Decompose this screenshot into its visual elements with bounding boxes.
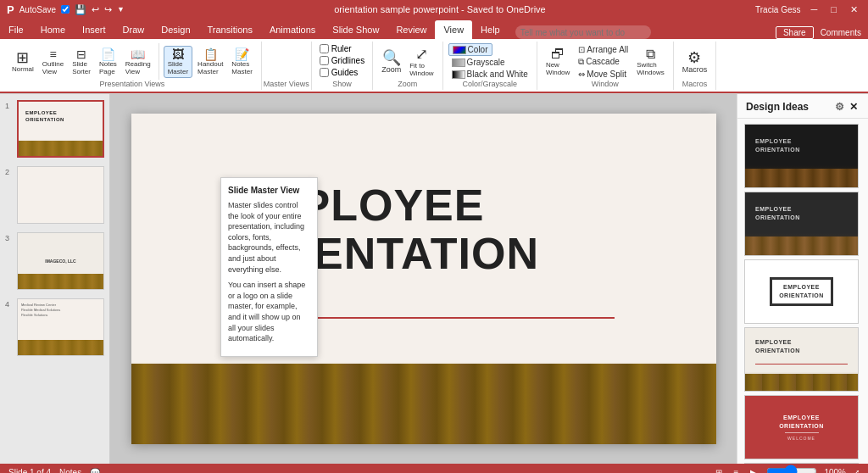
handout-icon: 📋	[203, 48, 218, 60]
slide-thumb-3[interactable]: 3 IMAGECO, LLC	[3, 231, 106, 292]
tab-transitions[interactable]: Transitions	[199, 20, 261, 39]
undo-icon[interactable]: ↩	[92, 4, 99, 15]
group-color: Color Grayscale Black and White Color/Gr…	[443, 42, 537, 90]
close-btn[interactable]: ✕	[847, 4, 861, 15]
ribbon: File Home Insert Draw Design Transitions…	[0, 19, 868, 94]
view-normal-btn[interactable]: ⊞	[713, 467, 725, 474]
btn-slide-sorter[interactable]: ⊟ SlideSorter	[69, 47, 94, 77]
document-title: orientation sample powerpoint - Saved to…	[334, 4, 545, 14]
btn-notes-page[interactable]: 📄 NotesPage	[96, 47, 120, 77]
btn-fit-to-window[interactable]: ⤢ Fit toWindow	[406, 45, 437, 79]
design-idea-2[interactable]: EMPLOYEEORIENTATION	[744, 192, 859, 256]
normal-icon: ⊞	[16, 50, 29, 65]
zoom-level: 100%	[824, 468, 846, 474]
design-idea-5[interactable]: EMPLOYEEORIENTATION WELCOME	[744, 395, 859, 459]
design-panel-close[interactable]: ✕	[848, 101, 860, 113]
design-settings-icon[interactable]: ⚙	[835, 101, 844, 113]
switch-icon: ⧉	[646, 47, 655, 61]
group-show: Ruler Gridlines Guides Show	[312, 42, 373, 90]
btn-handout-master[interactable]: 📋 HandoutMaster	[194, 47, 226, 77]
slide-thumb-1[interactable]: 1 EMPLOYEEORIENTATION	[3, 98, 106, 159]
slide-panel: 1 EMPLOYEEORIENTATION 2 3 IMAGECO, LLC 4…	[0, 94, 110, 464]
check-guides[interactable]: Guides	[317, 67, 361, 78]
tab-insert[interactable]: Insert	[74, 20, 114, 39]
tab-design[interactable]: Design	[153, 20, 198, 39]
notes-master-icon: 📝	[235, 48, 249, 60]
macros-icon: ⚙	[687, 50, 701, 65]
slide-area: Slide Master View Master slides control …	[110, 94, 737, 464]
btn-zoom[interactable]: 🔍 Zoom	[378, 48, 404, 75]
comments-icon[interactable]: 💬	[90, 468, 100, 474]
powerpoint-logo: P	[7, 3, 14, 16]
check-gridlines[interactable]: Gridlines	[317, 55, 367, 66]
tooltip-para2: You can insert a shape or a logo on a sl…	[228, 280, 310, 344]
redo-icon[interactable]: ↪	[104, 4, 112, 15]
btn-notes-master[interactable]: 📝 NotesMaster	[228, 47, 255, 77]
design-idea-6[interactable]: EMPLOYEEORIENTATION	[744, 463, 859, 464]
btn-macros[interactable]: ⚙ Macros	[679, 48, 711, 75]
tab-draw[interactable]: Draw	[114, 20, 153, 39]
split-icon: ⇔	[578, 70, 585, 79]
group-window: 🗗 NewWindow ⊡Arrange All ⧉Cascade ⇔Move …	[537, 42, 674, 90]
tab-review[interactable]: Review	[387, 20, 435, 39]
sorter-icon: ⊟	[76, 48, 86, 60]
view-slideshow-btn[interactable]: ▶	[748, 467, 760, 474]
minimize-btn[interactable]: ─	[808, 4, 821, 14]
slide-master-icon: 🖼	[172, 48, 184, 60]
tab-file[interactable]: File	[0, 20, 32, 39]
zoom-icon: 🔍	[382, 50, 401, 65]
new-window-icon: 🗗	[551, 47, 565, 61]
autosave-label: AutoSave	[19, 5, 56, 14]
main-area: 1 EMPLOYEEORIENTATION 2 3 IMAGECO, LLC 4…	[0, 94, 868, 464]
view-outline-btn[interactable]: ≡	[732, 467, 742, 474]
btn-color[interactable]: Color	[448, 43, 492, 56]
design-idea-4[interactable]: EMPLOYEEORIENTATION	[744, 327, 859, 392]
btn-cascade[interactable]: ⧉Cascade	[575, 56, 632, 68]
share-button[interactable]: Share	[776, 26, 814, 39]
btn-arrange-all[interactable]: ⊡Arrange All	[575, 44, 632, 55]
autosave-toggle[interactable]	[61, 5, 70, 14]
save-icon[interactable]: 💾	[75, 4, 86, 15]
group-label-presentation: Presentation Views	[99, 80, 164, 88]
tooltip-para1: Master slides control the look of your e…	[228, 200, 310, 275]
tab-view[interactable]: View	[435, 20, 472, 39]
group-zoom: 🔍 Zoom ⤢ Fit toWindow Zoom	[373, 42, 442, 90]
tab-animations[interactable]: Animations	[261, 20, 324, 39]
slide-thumb-2[interactable]: 2	[3, 164, 106, 225]
comments-button[interactable]: Comments	[821, 28, 861, 37]
btn-normal[interactable]: ⊞ Normal	[8, 48, 37, 75]
btn-black-white[interactable]: Black and White	[448, 69, 531, 80]
fit-icon: ⤢	[415, 47, 428, 62]
tab-home[interactable]: Home	[32, 20, 74, 39]
title-bar-right: Tracia Gess ─ □ ✕	[755, 4, 861, 15]
design-idea-1[interactable]: EMPLOYEEORIENTATION	[744, 124, 859, 188]
restore-btn[interactable]: □	[827, 4, 840, 14]
group-master-views: Master Views	[262, 42, 312, 90]
tooltip-title: Slide Master View	[228, 185, 310, 197]
tab-help[interactable]: Help	[472, 20, 509, 39]
slide-thumb-4[interactable]: 4 Medical Review CenterFlexible Medical …	[3, 297, 106, 358]
fit-slide-btn[interactable]: ⤢	[853, 468, 860, 474]
check-ruler[interactable]: Ruler	[317, 43, 354, 54]
btn-move-split[interactable]: ⇔Move Split	[575, 69, 632, 80]
btn-outline-view[interactable]: ≡ OutlineView	[39, 47, 67, 77]
btn-slide-master[interactable]: 🖼 SlideMaster	[164, 46, 192, 78]
notes-btn[interactable]: Notes	[59, 468, 81, 474]
design-panel-title: Design Ideas	[746, 101, 809, 113]
btn-switch-windows[interactable]: ⧉ SwitchWindows	[633, 46, 667, 78]
btn-grayscale[interactable]: Grayscale	[448, 57, 509, 68]
group-label-show: Show	[332, 80, 352, 88]
search-input[interactable]	[515, 25, 651, 39]
design-ideas-panel: Design Ideas ⚙ ✕ EMPLOYEEORIENTATION EMP…	[737, 94, 868, 464]
group-presentation-views: ⊞ Normal ≡ OutlineView ⊟ SlideSorter 📄 N…	[3, 42, 262, 90]
tab-slideshow[interactable]: Slide Show	[324, 20, 387, 39]
design-ideas-list: EMPLOYEEORIENTATION EMPLOYEEORIENTATION …	[737, 119, 868, 464]
zoom-slider[interactable]	[766, 466, 817, 473]
btn-new-window[interactable]: 🗗 NewWindow	[542, 46, 573, 78]
customize-qat-icon[interactable]: ▼	[117, 5, 125, 14]
design-idea-3[interactable]: EMPLOYEEORIENTATION	[744, 259, 859, 324]
slide-canvas[interactable]: EMPLOYEE ORIENTATION WELCOME	[131, 114, 716, 444]
grayscale-box	[452, 58, 465, 67]
user-name: Tracia Gess	[755, 5, 801, 14]
btn-reading-view[interactable]: 📖 ReadingView	[122, 47, 154, 77]
